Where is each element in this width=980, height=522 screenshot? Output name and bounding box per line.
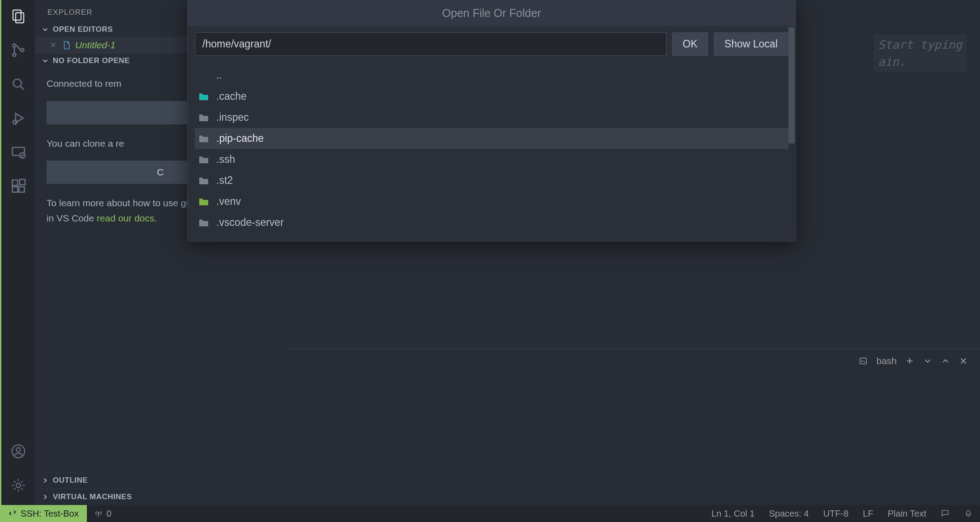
- indentation-status[interactable]: Spaces: 4: [762, 509, 816, 519]
- language-mode[interactable]: Plain Text: [881, 509, 933, 519]
- scrollbar-thumb[interactable]: [788, 27, 795, 144]
- sidebar-title: EXPLORER: [47, 8, 93, 17]
- new-terminal-icon[interactable]: [905, 356, 915, 366]
- directory-item[interactable]: .vscode-server: [195, 212, 788, 233]
- settings-gear-icon[interactable]: [8, 475, 29, 496]
- remote-label: SSH: Test-Box: [21, 509, 79, 519]
- notifications-icon[interactable]: [957, 509, 980, 518]
- directory-list: ...cache.inspec.pip-cache.ssh.st2.venv.v…: [188, 62, 796, 241]
- folder-icon: [198, 155, 209, 164]
- learn-more-suffix: .: [154, 213, 157, 223]
- svg-rect-10: [12, 187, 17, 192]
- svg-point-2: [13, 44, 16, 47]
- directory-item[interactable]: .venv: [195, 191, 788, 212]
- show-local-button[interactable]: Show Local: [714, 32, 788, 56]
- svg-point-14: [16, 448, 20, 452]
- path-input[interactable]: [195, 32, 667, 56]
- svg-rect-1: [16, 13, 24, 23]
- cursor-position[interactable]: Ln 1, Col 1: [704, 509, 762, 519]
- radio-tower-icon: [94, 509, 103, 518]
- terminal-dropdown-icon[interactable]: [923, 356, 933, 366]
- virtual-machines-label: VIRTUAL MACHINES: [53, 492, 132, 501]
- folder-icon: [198, 197, 209, 206]
- directory-item[interactable]: .ssh: [195, 149, 788, 170]
- directory-name: .venv: [216, 195, 241, 208]
- svg-rect-11: [19, 187, 24, 192]
- svg-rect-12: [20, 179, 25, 185]
- ok-button[interactable]: OK: [672, 32, 708, 56]
- extensions-icon[interactable]: [8, 175, 29, 197]
- status-bar: SSH: Test-Box 0 Ln 1, Col 1 Spaces: 4 UT…: [0, 505, 980, 522]
- no-folder-label: NO FOLDER OPENE: [53, 56, 130, 65]
- open-editor-filename: Untitled-1: [75, 40, 116, 51]
- svg-point-5: [13, 79, 21, 87]
- bottom-panel: PROBLEMS TERMINAL PORTS OUTPUT bash vagr…: [286, 349, 980, 505]
- svg-rect-9: [12, 180, 17, 186]
- directory-item[interactable]: .st2: [195, 170, 788, 191]
- activity-bar: [0, 0, 35, 505]
- directory-item[interactable]: .inspec: [195, 107, 788, 128]
- explorer-icon[interactable]: [8, 5, 29, 27]
- read-docs-link[interactable]: read our docs: [97, 213, 154, 223]
- remote-status[interactable]: SSH: Test-Box: [0, 505, 87, 522]
- svg-point-24: [98, 512, 99, 514]
- feedback-icon[interactable]: [933, 509, 957, 518]
- remote-explorer-icon[interactable]: [8, 141, 29, 163]
- remote-indicator-icon: [8, 509, 17, 518]
- dialog-title: Open File Or Folder: [188, 0, 796, 26]
- directory-name: .ssh: [216, 153, 235, 166]
- folder-icon: [198, 176, 209, 185]
- outline-label: OUTLINE: [53, 476, 88, 485]
- directory-name: ..: [216, 69, 222, 81]
- ports-status[interactable]: 0: [87, 505, 119, 522]
- directory-name: .st2: [216, 174, 233, 187]
- file-icon: [62, 40, 72, 50]
- directory-item[interactable]: .cache: [195, 86, 788, 107]
- outline-section[interactable]: OUTLINE: [35, 472, 286, 488]
- close-panel-icon[interactable]: [959, 356, 968, 366]
- svg-point-3: [13, 53, 16, 56]
- folder-icon: [198, 218, 209, 227]
- svg-rect-0: [13, 10, 21, 21]
- accounts-icon[interactable]: [8, 441, 29, 462]
- open-file-dialog: Open File Or Folder OK Show Local ...cac…: [187, 0, 796, 242]
- directory-item[interactable]: ..: [195, 65, 788, 86]
- panel-more-icon[interactable]: [564, 356, 962, 522]
- editor-placeholder: Start typing ain.: [873, 35, 967, 72]
- source-control-icon[interactable]: [8, 39, 29, 61]
- directory-item[interactable]: .pip-cache: [195, 128, 788, 149]
- folder-icon: [198, 92, 209, 101]
- terminal-profile-icon[interactable]: [858, 356, 868, 366]
- maximize-panel-icon[interactable]: [941, 356, 950, 366]
- ports-count: 0: [107, 509, 111, 519]
- encoding-status[interactable]: UTF-8: [816, 509, 856, 519]
- virtual-machines-section[interactable]: VIRTUAL MACHINES: [35, 488, 286, 505]
- directory-name: .vscode-server: [216, 216, 284, 229]
- eol-status[interactable]: LF: [856, 509, 880, 519]
- svg-point-6: [13, 120, 17, 124]
- directory-name: .cache: [216, 90, 247, 102]
- folder-icon: [198, 134, 209, 143]
- run-debug-icon[interactable]: [8, 107, 29, 129]
- folder-icon: [198, 113, 209, 122]
- svg-point-4: [21, 49, 24, 52]
- directory-name: .pip-cache: [216, 132, 264, 144]
- shell-name[interactable]: bash: [876, 356, 897, 366]
- directory-name: .inspec: [216, 111, 249, 123]
- svg-point-15: [16, 483, 21, 488]
- search-icon[interactable]: [8, 73, 29, 95]
- close-icon[interactable]: ×: [48, 39, 58, 51]
- open-editors-label: OPEN EDITORS: [53, 25, 113, 34]
